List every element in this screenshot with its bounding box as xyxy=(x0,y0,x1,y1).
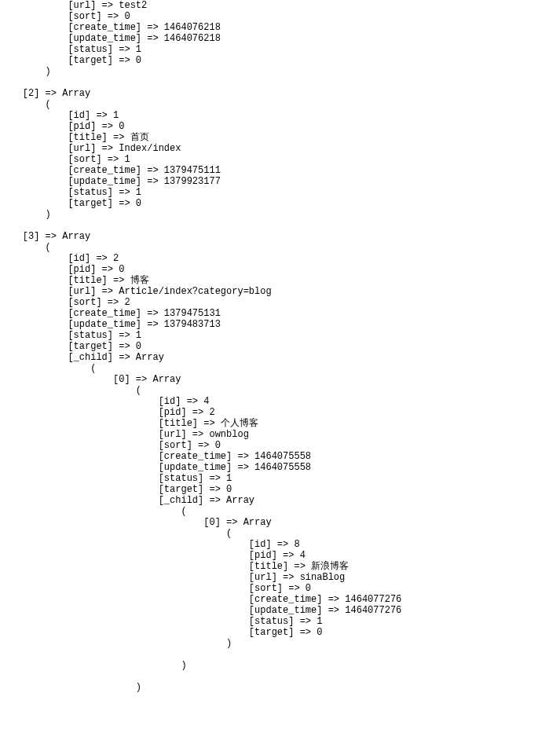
array-dump-output: [url] => test2 [sort] => 0 [create_time]… xyxy=(0,0,560,693)
